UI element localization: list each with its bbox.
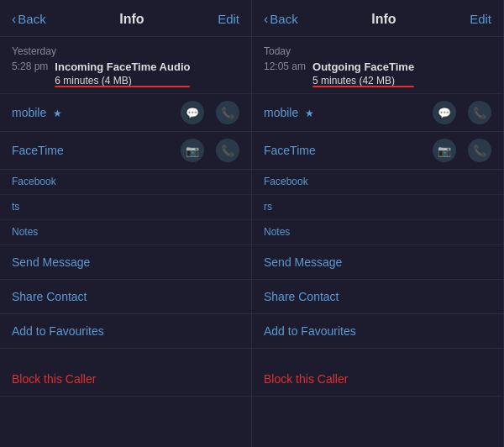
call-type: Incoming FaceTime Audio xyxy=(55,60,190,73)
phone-icon: 📞 xyxy=(473,107,486,119)
block-label: Block this Caller xyxy=(12,372,96,386)
page-title: Info xyxy=(371,12,396,27)
mobile-row: mobile ★ 💬 📞 xyxy=(252,94,503,132)
info-field-1: rs xyxy=(252,195,503,220)
action-label: Add to Favourites xyxy=(264,324,356,338)
info-field-2: Notes xyxy=(0,220,251,245)
field-label: Facebook xyxy=(264,176,491,187)
mobile-label: mobile xyxy=(264,106,298,119)
mobile-icons: 💬 📞 xyxy=(181,101,239,124)
phone-icon: 📞 xyxy=(221,107,234,119)
call-time: 12:05 am xyxy=(264,60,306,72)
block-caller-button[interactable]: Block this Caller xyxy=(252,362,503,397)
mobile-star: ★ xyxy=(305,108,314,119)
phone-icon: 📞 xyxy=(473,145,486,157)
header: ‹ Back Info Edit xyxy=(252,0,503,37)
facetime-audio-button[interactable]: 📞 xyxy=(216,139,239,162)
chevron-left-icon: ‹ xyxy=(12,12,16,27)
message-button[interactable]: 💬 xyxy=(181,101,204,124)
message-icon: 💬 xyxy=(186,107,199,119)
action-row-2[interactable]: Add to Favourites xyxy=(252,314,503,349)
action-label: Share Contact xyxy=(264,290,339,303)
actions-section: Send MessageShare ContactAdd to Favourit… xyxy=(252,245,503,447)
action-row-0[interactable]: Send Message xyxy=(0,245,251,280)
info-section: FacebooktsNotes xyxy=(0,170,251,245)
call-time: 5:28 pm xyxy=(12,60,48,72)
info-field-1: ts xyxy=(0,195,251,220)
action-label: Add to Favourites xyxy=(12,324,104,338)
info-field-0: Facebook xyxy=(252,170,503,195)
left-panel: ‹ Back Info Edit Yesterday 5:28 pm Incom… xyxy=(0,0,252,447)
phone-icon: 📞 xyxy=(221,145,234,157)
mobile-icons: 💬 📞 xyxy=(433,101,491,124)
action-row-1[interactable]: Share Contact xyxy=(252,280,503,314)
block-label: Block this Caller xyxy=(264,372,348,386)
facetime-icons: 📷 📞 xyxy=(181,139,239,162)
message-button[interactable]: 💬 xyxy=(433,101,456,124)
edit-button[interactable]: Edit xyxy=(470,12,491,26)
facetime-row: FaceTime 📷 📞 xyxy=(252,132,503,170)
facetime-label: FaceTime xyxy=(264,144,316,157)
facetime-audio-button[interactable]: 📞 xyxy=(468,139,491,162)
video-icon: 📷 xyxy=(186,145,199,157)
back-button[interactable]: ‹ Back xyxy=(12,12,46,27)
call-duration: 6 minutes (4 MB) xyxy=(55,75,190,87)
edit-button[interactable]: Edit xyxy=(218,12,239,26)
back-button[interactable]: ‹ Back xyxy=(264,12,298,27)
action-label: Share Contact xyxy=(12,290,87,303)
call-type: Outgoing FaceTime xyxy=(312,60,414,73)
call-date: Yesterday xyxy=(12,45,239,57)
mobile-star: ★ xyxy=(53,108,62,119)
call-duration: 5 minutes (42 MB) xyxy=(312,75,414,87)
call-button[interactable]: 📞 xyxy=(216,101,239,124)
chevron-left-icon: ‹ xyxy=(264,12,268,27)
action-row-0[interactable]: Send Message xyxy=(252,245,503,280)
actions-section: Send MessageShare ContactAdd to Favourit… xyxy=(0,245,251,447)
field-label: Notes xyxy=(12,226,239,238)
info-field-2: Notes xyxy=(252,220,503,245)
action-row-2[interactable]: Add to Favourites xyxy=(0,314,251,349)
video-icon: 📷 xyxy=(438,145,451,157)
block-caller-button[interactable]: Block this Caller xyxy=(0,362,251,397)
call-section: Today 12:05 am Outgoing FaceTime 5 minut… xyxy=(252,37,503,94)
field-label: ts xyxy=(12,201,239,213)
info-section: FacebookrsNotes xyxy=(252,170,503,245)
field-label: rs xyxy=(264,201,491,213)
call-date: Today xyxy=(264,45,491,57)
facetime-label: FaceTime xyxy=(12,144,64,157)
facetime-video-button[interactable]: 📷 xyxy=(433,139,456,162)
field-label: Notes xyxy=(264,226,491,238)
back-label: Back xyxy=(18,12,45,26)
action-label: Send Message xyxy=(12,255,90,269)
call-button[interactable]: 📞 xyxy=(468,101,491,124)
right-panel: ‹ Back Info Edit Today 12:05 am Outgoing… xyxy=(252,0,504,447)
action-label: Send Message xyxy=(264,255,342,269)
info-field-0: Facebook xyxy=(0,170,251,195)
facetime-row: FaceTime 📷 📞 xyxy=(0,132,251,170)
page-title: Info xyxy=(119,12,144,27)
facetime-video-button[interactable]: 📷 xyxy=(181,139,204,162)
call-section: Yesterday 5:28 pm Incoming FaceTime Audi… xyxy=(0,37,251,94)
message-icon: 💬 xyxy=(438,107,451,119)
mobile-row: mobile ★ 💬 📞 xyxy=(0,94,251,132)
action-row-1[interactable]: Share Contact xyxy=(0,280,251,314)
back-label: Back xyxy=(270,12,297,26)
header: ‹ Back Info Edit xyxy=(0,0,251,37)
facetime-icons: 📷 📞 xyxy=(433,139,491,162)
mobile-label: mobile xyxy=(12,106,46,119)
field-label: Facebook xyxy=(12,176,239,187)
